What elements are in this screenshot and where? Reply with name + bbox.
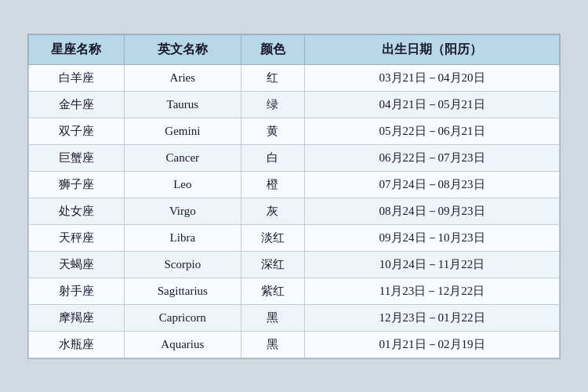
table-row: 金牛座Taurus绿04月21日－05月21日	[29, 91, 560, 118]
table-row: 白羊座Aries红03月21日－04月20日	[29, 64, 560, 91]
table-row: 天蝎座Scorpio深红10月24日－11月22日	[29, 251, 560, 278]
table-row: 摩羯座Capricorn黑12月23日－01月22日	[29, 304, 560, 331]
cell-color: 绿	[241, 91, 304, 118]
table-row: 处女座Virgo灰08月24日－09月23日	[29, 198, 560, 224]
cell-color: 淡红	[241, 224, 304, 251]
cell-date: 06月22日－07月23日	[305, 144, 560, 171]
cell-chinese: 狮子座	[29, 171, 125, 198]
cell-date: 03月21日－04月20日	[305, 64, 560, 91]
cell-chinese: 水瓶座	[29, 331, 125, 358]
cell-color: 红	[241, 64, 304, 91]
cell-date: 07月24日－08月23日	[305, 171, 560, 198]
cell-date: 04月21日－05月21日	[305, 91, 560, 118]
table-header-row: 星座名称 英文名称 颜色 出生日期（阳历）	[29, 34, 560, 64]
cell-date: 11月23日－12月22日	[305, 278, 560, 304]
cell-color: 黑	[241, 331, 304, 358]
cell-color: 白	[241, 144, 304, 171]
cell-color: 灰	[241, 198, 304, 224]
cell-english: Leo	[124, 171, 241, 198]
cell-english: Sagittarius	[124, 278, 241, 304]
cell-english: Aries	[124, 64, 241, 91]
header-color: 颜色	[241, 34, 304, 64]
cell-color: 黑	[241, 304, 304, 331]
cell-chinese: 处女座	[29, 198, 125, 224]
cell-color: 紫红	[241, 278, 304, 304]
cell-date: 08月24日－09月23日	[305, 198, 560, 224]
cell-chinese: 摩羯座	[29, 304, 125, 331]
cell-date: 12月23日－01月22日	[305, 304, 560, 331]
cell-color: 橙	[241, 171, 304, 198]
table-row: 狮子座Leo橙07月24日－08月23日	[29, 171, 560, 198]
table-row: 水瓶座Aquarius黑01月21日－02月19日	[29, 331, 560, 358]
zodiac-table-container: 星座名称 英文名称 颜色 出生日期（阳历） 白羊座Aries红03月21日－04…	[27, 34, 561, 359]
cell-english: Taurus	[124, 91, 241, 118]
cell-chinese: 白羊座	[29, 64, 125, 91]
cell-english: Aquarius	[124, 331, 241, 358]
cell-chinese: 双子座	[29, 118, 125, 144]
cell-english: Cancer	[124, 144, 241, 171]
cell-color: 黄	[241, 118, 304, 144]
cell-english: Scorpio	[124, 251, 241, 278]
cell-date: 10月24日－11月22日	[305, 251, 560, 278]
cell-date: 09月24日－10月23日	[305, 224, 560, 251]
cell-english: Capricorn	[124, 304, 241, 331]
cell-english: Libra	[124, 224, 241, 251]
cell-chinese: 天秤座	[29, 224, 125, 251]
cell-chinese: 射手座	[29, 278, 125, 304]
table-row: 天秤座Libra淡红09月24日－10月23日	[29, 224, 560, 251]
cell-chinese: 金牛座	[29, 91, 125, 118]
zodiac-table: 星座名称 英文名称 颜色 出生日期（阳历） 白羊座Aries红03月21日－04…	[28, 34, 560, 358]
cell-chinese: 巨蟹座	[29, 144, 125, 171]
cell-english: Gemini	[124, 118, 241, 144]
table-row: 双子座Gemini黄05月22日－06月21日	[29, 118, 560, 144]
cell-date: 01月21日－02月19日	[305, 331, 560, 358]
header-english: 英文名称	[124, 34, 241, 64]
cell-english: Virgo	[124, 198, 241, 224]
cell-chinese: 天蝎座	[29, 251, 125, 278]
table-row: 射手座Sagittarius紫红11月23日－12月22日	[29, 278, 560, 304]
header-date: 出生日期（阳历）	[305, 34, 560, 64]
table-row: 巨蟹座Cancer白06月22日－07月23日	[29, 144, 560, 171]
header-chinese: 星座名称	[29, 34, 125, 64]
cell-date: 05月22日－06月21日	[305, 118, 560, 144]
cell-color: 深红	[241, 251, 304, 278]
